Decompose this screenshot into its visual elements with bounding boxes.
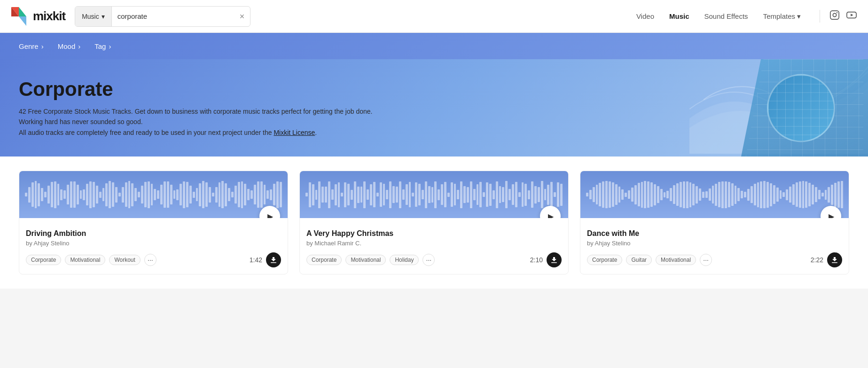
mood-filter-button[interactable]: Mood › — [58, 42, 81, 50]
hero-content: Corporate 42 Free Corporate Stock Music … — [19, 78, 372, 138]
hero-title: Corporate — [19, 78, 372, 101]
mood-label: Mood — [58, 42, 76, 50]
tag-holiday-2[interactable]: Holiday — [390, 255, 419, 265]
hero-decoration — [689, 59, 868, 157]
more-options-button-2[interactable]: ··· — [422, 254, 435, 266]
download-button-2[interactable] — [547, 252, 562, 267]
svg-rect-9 — [271, 262, 276, 263]
search-area: Music ▾ × — [75, 6, 250, 27]
download-button-3[interactable] — [827, 252, 842, 267]
tag-corporate-2[interactable]: Corporate — [306, 255, 342, 265]
genre-chevron: › — [41, 42, 44, 50]
more-options-button-3[interactable]: ··· — [700, 254, 712, 266]
mixkit-license-link[interactable]: Mixkit License — [274, 129, 315, 136]
waveform-bars-3 — [580, 171, 849, 218]
main-nav: Video Music Sound Effects Templates ▾ — [636, 12, 801, 21]
tag-motivational-2[interactable]: Motivational — [345, 255, 386, 265]
svg-marker-2 — [19, 7, 26, 16]
social-icons — [820, 10, 857, 23]
track-duration-3: 2:22 — [811, 256, 823, 264]
nav-music[interactable]: Music — [669, 12, 689, 20]
download-icon-1 — [270, 257, 277, 263]
search-input[interactable] — [112, 12, 234, 20]
svg-rect-4 — [830, 11, 839, 19]
tracks-section: Driving Ambition by Ahjay Stelino Corpor… — [0, 157, 868, 289]
svg-point-5 — [833, 13, 836, 16]
header: mixkit Music ▾ × Video Music Sound Effec… — [0, 0, 868, 33]
hero-desc-line2: Working hard has never sounded so good. — [19, 117, 372, 127]
mixkit-logo-icon — [11, 7, 30, 26]
hero-desc-line1: 42 Free Corporate Stock Music Tracks. Ge… — [19, 106, 372, 117]
svg-rect-11 — [832, 262, 837, 263]
hero-description: 42 Free Corporate Stock Music Tracks. Ge… — [19, 106, 372, 138]
genre-filter-button[interactable]: Genre › — [19, 42, 44, 50]
track-title-3: Dance with Me — [587, 229, 842, 238]
tag-motivational-3[interactable]: Motivational — [656, 255, 696, 265]
logo-text: mixkit — [33, 9, 65, 23]
instagram-icon[interactable] — [829, 10, 840, 23]
track-waveform-2 — [300, 171, 568, 218]
mood-chevron: › — [78, 42, 80, 50]
download-icon-2 — [551, 257, 557, 263]
track-info-2: A Very Happy Christmas by Michael Ramir … — [300, 218, 568, 274]
track-card: Driving Ambition by Ahjay Stelino Corpor… — [19, 171, 288, 274]
track-info-3: Dance with Me by Ahjay Stelino Corporate… — [580, 218, 849, 274]
waveform-bars-2 — [300, 171, 568, 218]
track-card: A Very Happy Christmas by Michael Ramir … — [299, 171, 569, 274]
track-card: Dance with Me by Ahjay Stelino Corporate… — [580, 171, 849, 274]
tag-motivational-1[interactable]: Motivational — [65, 255, 105, 265]
svg-point-6 — [837, 13, 837, 13]
tag-corporate-1[interactable]: Corporate — [26, 255, 61, 265]
search-type-button[interactable]: Music ▾ — [75, 7, 112, 26]
track-footer-3: Corporate Guitar Motivational ··· 2:22 — [587, 252, 842, 267]
search-type-chevron: ▾ — [102, 13, 105, 20]
hero-building-area — [732, 59, 868, 157]
more-options-button-1[interactable]: ··· — [144, 254, 156, 266]
svg-marker-8 — [851, 14, 853, 16]
tracks-grid: Driving Ambition by Ahjay Stelino Corpor… — [19, 171, 849, 274]
nav-video[interactable]: Video — [636, 12, 654, 20]
waveform-bars-1 — [19, 171, 288, 218]
search-clear-button[interactable]: × — [234, 12, 250, 21]
tag-chevron: › — [109, 42, 111, 50]
track-author-3: by Ahjay Stelino — [587, 240, 842, 247]
track-duration-1: 1:42 — [250, 256, 262, 264]
track-waveform-1 — [19, 171, 288, 218]
logo-link[interactable]: mixkit — [11, 7, 65, 26]
tag-workout-1[interactable]: Workout — [109, 255, 140, 265]
hero-desc-line3: All audio tracks are completely free and… — [19, 127, 372, 138]
track-waveform-3 — [580, 171, 849, 218]
track-footer-1: Corporate Motivational Workout ··· 1:42 — [26, 252, 281, 267]
tag-filter-button[interactable]: Tag › — [94, 42, 111, 50]
tag-guitar-3[interactable]: Guitar — [626, 255, 652, 265]
track-duration-2: 2:10 — [530, 256, 543, 264]
download-button-1[interactable] — [266, 252, 281, 267]
tag-label: Tag — [94, 42, 106, 50]
download-icon-3 — [831, 257, 838, 263]
search-type-label: Music — [82, 13, 99, 20]
filter-bar: Genre › Mood › Tag › — [0, 33, 868, 59]
svg-marker-3 — [19, 16, 26, 26]
circle-grid — [768, 75, 834, 141]
track-title-2: A Very Happy Christmas — [306, 229, 562, 238]
youtube-icon[interactable] — [846, 10, 857, 23]
hero-banner: Corporate 42 Free Corporate Stock Music … — [0, 59, 868, 157]
templates-chevron: ▾ — [797, 12, 801, 21]
tag-corporate-3[interactable]: Corporate — [587, 255, 622, 265]
track-title-1: Driving Ambition — [26, 229, 281, 238]
track-info-1: Driving Ambition by Ahjay Stelino Corpor… — [19, 218, 288, 274]
circle-building — [767, 74, 835, 142]
track-footer-2: Corporate Motivational Holiday ··· 2:10 — [306, 252, 562, 267]
track-author-2: by Michael Ramir C. — [306, 240, 562, 247]
nav-templates[interactable]: Templates ▾ — [763, 12, 801, 21]
templates-label: Templates — [763, 12, 795, 20]
svg-rect-10 — [551, 262, 557, 263]
nav-sound-effects[interactable]: Sound Effects — [704, 12, 748, 20]
track-author-1: by Ahjay Stelino — [26, 240, 281, 247]
genre-label: Genre — [19, 42, 39, 50]
